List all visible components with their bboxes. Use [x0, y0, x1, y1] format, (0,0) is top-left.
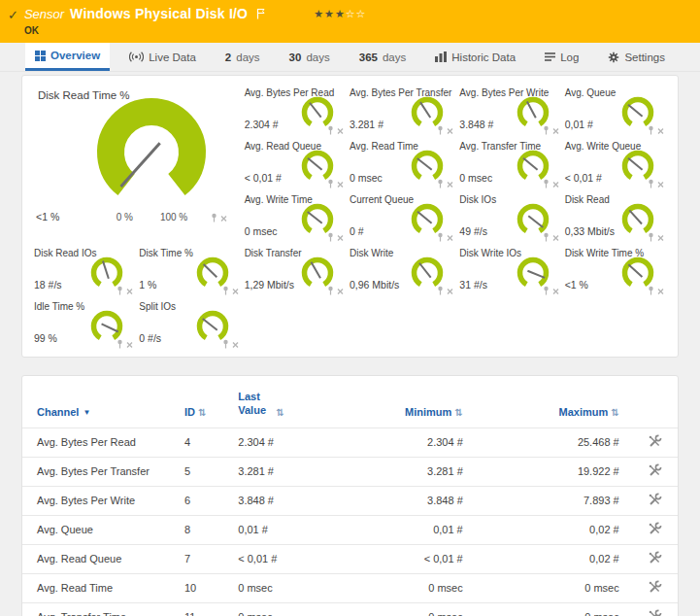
- cell-actions[interactable]: [633, 602, 678, 616]
- tab-overview[interactable]: Overview: [25, 43, 110, 71]
- cell-actions[interactable]: [633, 515, 678, 544]
- gauge-mini-icons: [437, 179, 453, 188]
- tab-live-data[interactable]: Live Data: [119, 43, 206, 71]
- close-icon[interactable]: [657, 288, 664, 295]
- pin-icon[interactable]: [648, 232, 654, 242]
- tab-num: 2: [225, 51, 231, 63]
- close-icon[interactable]: [337, 181, 344, 188]
- tab-historic-data[interactable]: Historic Data: [425, 43, 525, 71]
- cell-max: 25.468 #: [477, 428, 633, 457]
- gauge-avg-bytes-per-transfer: Avg. Bytes Per Transfer3.281 #: [348, 84, 457, 137]
- gauge-avg-read-queue: Avg. Read Queue< 0,01 #: [243, 137, 348, 190]
- pin-icon[interactable]: [543, 125, 550, 135]
- close-icon[interactable]: [552, 127, 559, 135]
- gauge-value: 0,33 Mbit/s: [565, 225, 615, 237]
- gauge-value: 3.281 #: [350, 119, 383, 130]
- table-header-row: Channel▼ID⇅Last Value⇅Minimum⇅Maximum⇅: [22, 376, 678, 428]
- tab-2-days[interactable]: 2days: [216, 43, 270, 71]
- pin-icon[interactable]: [327, 179, 334, 188]
- wrench-icon[interactable]: [648, 493, 662, 507]
- close-icon[interactable]: [447, 127, 453, 135]
- tab-label: Settings: [624, 51, 665, 63]
- priority-stars[interactable]: ★★★☆☆: [314, 8, 366, 20]
- close-icon[interactable]: [337, 234, 344, 242]
- pin-icon[interactable]: [327, 125, 334, 135]
- tab-365-days[interactable]: 365days: [350, 43, 416, 71]
- pin-icon[interactable]: [327, 286, 334, 295]
- flag-icon[interactable]: [256, 8, 265, 19]
- gauge-value: 31 #/s: [459, 279, 487, 291]
- pin-icon[interactable]: [437, 232, 444, 242]
- wrench-icon[interactable]: [648, 522, 662, 536]
- close-icon[interactable]: [232, 288, 239, 295]
- pin-icon[interactable]: [211, 213, 217, 222]
- col-header-maximum[interactable]: Maximum⇅: [477, 376, 633, 428]
- wrench-icon[interactable]: [648, 434, 662, 449]
- wrench-icon[interactable]: [648, 580, 662, 595]
- pin-icon[interactable]: [437, 179, 444, 188]
- gauge-value: 1,29 Mbit/s: [245, 279, 294, 291]
- close-icon[interactable]: [447, 181, 453, 188]
- close-icon[interactable]: [337, 127, 344, 135]
- col-header-channel[interactable]: Channel▼: [22, 376, 179, 428]
- cell-max: 0,02 #: [477, 544, 633, 573]
- close-icon[interactable]: [552, 234, 559, 242]
- gauge-disk-write-ios: Disk Write IOs31 #/s: [457, 244, 562, 297]
- close-icon[interactable]: [220, 215, 227, 222]
- wrench-icon[interactable]: [648, 463, 662, 478]
- close-icon[interactable]: [552, 181, 559, 188]
- tab-30-days[interactable]: 30days: [280, 43, 340, 71]
- cell-min: < 0,01 #: [330, 544, 477, 573]
- close-icon[interactable]: [126, 288, 133, 295]
- gauge-disk-read-time: Disk Read Time % 0 % 100 % <1 %: [32, 84, 243, 244]
- pin-icon[interactable]: [222, 339, 229, 349]
- col-label: Maximum: [559, 406, 609, 418]
- tab-settings[interactable]: Settings: [598, 43, 675, 71]
- cell-last: 3.848 #: [232, 486, 330, 515]
- pin-icon[interactable]: [543, 286, 550, 295]
- cell-actions[interactable]: [633, 573, 678, 602]
- pin-icon[interactable]: [222, 286, 229, 295]
- gauge-value: < 0,01 #: [565, 172, 602, 184]
- close-icon[interactable]: [657, 234, 664, 242]
- col-label: Channel: [37, 406, 79, 418]
- close-icon[interactable]: [552, 288, 559, 295]
- cell-actions[interactable]: [633, 486, 678, 515]
- gauge-avg-write-queue: Avg. Write Queue< 0,01 #: [563, 137, 668, 190]
- close-icon[interactable]: [232, 341, 239, 349]
- close-icon[interactable]: [447, 234, 453, 242]
- gauge-avg-bytes-per-write: Avg. Bytes Per Write3.848 #: [457, 84, 562, 137]
- gauge-value: 0 msec: [459, 172, 492, 184]
- close-icon[interactable]: [657, 181, 664, 188]
- gauge-value: 0 #/s: [139, 332, 161, 344]
- col-header-last-value[interactable]: Last Value⇅: [232, 376, 330, 428]
- cell-max: 0 msec: [477, 573, 633, 602]
- tab-log[interactable]: Log: [535, 43, 588, 71]
- pin-icon[interactable]: [327, 232, 334, 242]
- big-gauge-dial: [86, 96, 217, 215]
- close-icon[interactable]: [337, 288, 344, 295]
- gauge-mini-icons: [117, 286, 133, 295]
- pin-icon[interactable]: [648, 179, 654, 188]
- cell-actions[interactable]: [633, 457, 678, 486]
- pin-icon[interactable]: [648, 125, 654, 135]
- close-icon[interactable]: [657, 127, 664, 135]
- wrench-icon[interactable]: [648, 551, 662, 565]
- pin-icon[interactable]: [648, 286, 654, 295]
- stars-filled: ★★★: [314, 8, 346, 19]
- col-header-minimum[interactable]: Minimum⇅: [330, 376, 477, 428]
- pin-icon[interactable]: [117, 286, 123, 295]
- wrench-icon[interactable]: [648, 609, 662, 616]
- gauge-avg-write-time: Avg. Write Time0 msec: [243, 190, 348, 244]
- close-icon[interactable]: [447, 288, 453, 295]
- col-header-id[interactable]: ID⇅: [179, 376, 232, 428]
- cell-actions[interactable]: [633, 428, 678, 457]
- cell-id: 7: [179, 544, 232, 573]
- pin-icon[interactable]: [543, 179, 550, 188]
- pin-icon[interactable]: [437, 286, 444, 295]
- pin-icon[interactable]: [543, 232, 550, 242]
- close-icon[interactable]: [126, 341, 133, 349]
- cell-actions[interactable]: [633, 544, 678, 573]
- pin-icon[interactable]: [437, 125, 444, 135]
- pin-icon[interactable]: [117, 339, 123, 349]
